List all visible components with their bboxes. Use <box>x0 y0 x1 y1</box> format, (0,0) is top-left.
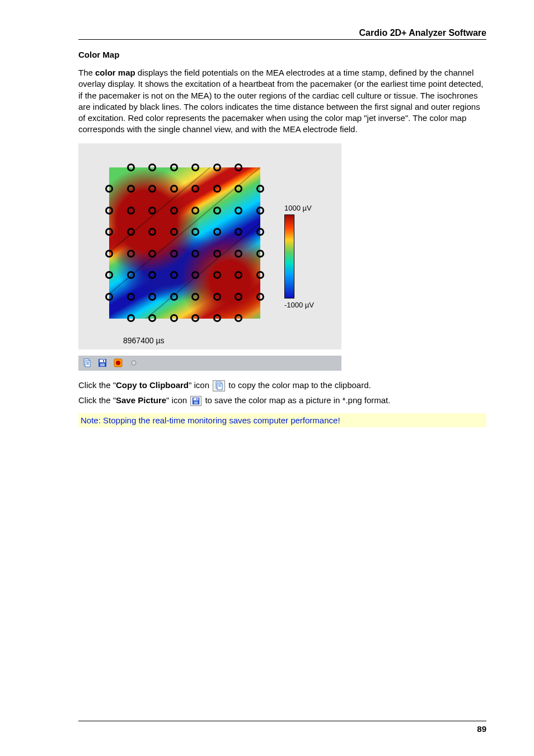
electrode <box>235 293 242 301</box>
electrode <box>235 228 242 236</box>
electrode <box>235 185 242 193</box>
electrode <box>191 271 199 279</box>
colorbar-max-label: 1000 µV <box>284 204 325 212</box>
electrode-heatmap: // placeholder – electrodes drawn below … <box>95 153 274 333</box>
electrode <box>235 314 242 322</box>
electrode <box>213 293 221 301</box>
electrode <box>105 250 113 258</box>
svg-rect-4 <box>86 364 89 365</box>
colorbar-gradient <box>284 214 294 298</box>
electrode <box>105 293 113 301</box>
electrode <box>213 314 221 322</box>
status-dot-icon[interactable] <box>129 358 139 368</box>
electrode <box>170 164 178 171</box>
save-icon[interactable] <box>97 358 107 368</box>
svg-rect-18 <box>194 402 198 404</box>
electrode <box>148 164 156 171</box>
text: " icon <box>189 380 212 390</box>
svg-rect-15 <box>218 386 221 386</box>
electrode <box>148 314 156 322</box>
electrode <box>256 207 264 214</box>
electrode <box>148 293 156 301</box>
svg-rect-13 <box>217 384 222 390</box>
svg-rect-2 <box>86 362 89 362</box>
figure-toolbar <box>78 355 341 371</box>
color-map-panel: // placeholder – electrodes drawn below … <box>78 143 341 349</box>
svg-rect-3 <box>86 363 89 363</box>
electrode <box>191 314 199 322</box>
electrode <box>105 207 113 214</box>
svg-rect-8 <box>103 360 104 362</box>
electrode <box>127 250 135 258</box>
electrode <box>191 250 199 258</box>
electrode <box>148 228 156 236</box>
colorbar: 1000 µV -1000 µV <box>274 153 325 309</box>
electrode <box>105 185 113 193</box>
electrode <box>191 207 199 214</box>
electrode <box>213 228 221 236</box>
save-picture-label: Save Picture <box>116 395 166 405</box>
timestamp-label: 8967400 µs <box>95 336 335 345</box>
electrode <box>256 250 264 258</box>
svg-rect-1 <box>85 361 90 367</box>
text: " icon <box>166 395 189 405</box>
electrode <box>127 293 135 301</box>
electrode <box>256 228 264 236</box>
page-header: Cardio 2D+ Analyzer Software <box>78 28 486 40</box>
electrode <box>235 207 242 214</box>
electrode <box>191 185 199 193</box>
electrode <box>127 207 135 214</box>
electrode <box>127 228 135 236</box>
electrode <box>213 250 221 258</box>
electrode <box>235 250 242 258</box>
electrode <box>148 207 156 214</box>
text: to copy the color map to the clipboard. <box>226 380 371 390</box>
record-indicator-icon[interactable] <box>113 358 123 368</box>
electrode <box>105 228 113 236</box>
electrode <box>170 228 178 236</box>
electrode <box>170 293 178 301</box>
svg-rect-17 <box>194 398 199 400</box>
svg-point-10 <box>116 361 120 365</box>
electrode <box>191 228 199 236</box>
text: to save the color map as a picture in *.… <box>203 395 390 405</box>
intro-paragraph: The color map displays the field potenti… <box>78 67 486 136</box>
copy-icon[interactable] <box>82 358 92 368</box>
electrode <box>191 293 199 301</box>
para-bold-term: color map <box>95 68 135 77</box>
instruction-save: Click the "Save Picture" icon to save th… <box>78 394 486 407</box>
svg-point-11 <box>132 361 136 365</box>
electrode <box>256 293 264 301</box>
svg-rect-14 <box>218 385 221 385</box>
svg-rect-6 <box>100 360 105 362</box>
product-title: Cardio 2D+ Analyzer Software <box>359 28 486 38</box>
colorbar-min-label: -1000 µV <box>284 301 325 309</box>
electrode <box>213 185 221 193</box>
copy-to-clipboard-label: Copy to Clipboard <box>116 380 189 390</box>
svg-rect-7 <box>100 363 105 366</box>
note-box: Note: Stopping the real-time monitoring … <box>78 413 486 427</box>
footer-rule <box>78 721 486 721</box>
electrode <box>148 185 156 193</box>
svg-rect-19 <box>196 398 198 400</box>
section-heading: Color Map <box>78 50 486 59</box>
electrode <box>256 185 264 193</box>
electrode <box>191 164 199 171</box>
instruction-copy: Click the "Copy to Clipboard" icon to co… <box>78 379 486 391</box>
text: Click the " <box>78 380 116 390</box>
electrode <box>127 314 135 322</box>
color-map-figure: // placeholder – electrodes drawn below … <box>78 143 486 371</box>
save-icon <box>190 396 202 406</box>
text: Click the " <box>78 395 116 405</box>
electrode <box>213 271 221 279</box>
electrode <box>127 185 135 193</box>
electrode <box>148 250 156 258</box>
electrode <box>235 164 242 171</box>
page-number: 89 <box>477 724 486 734</box>
electrode <box>170 250 178 258</box>
para-lead: The <box>78 68 95 77</box>
electrode <box>256 271 264 279</box>
electrode <box>235 271 242 279</box>
electrode <box>170 314 178 322</box>
electrode <box>105 271 113 279</box>
